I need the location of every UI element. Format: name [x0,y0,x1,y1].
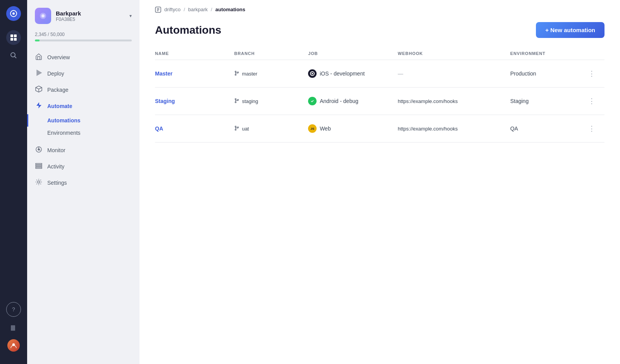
org-name: Barkpark [56,10,125,17]
breadcrumb: driftyco / barkpark / automations [140,0,620,19]
sub-item-label: Environments [47,130,81,136]
automation-name-cell: Staging [155,88,228,115]
webhook-value: — [398,70,403,77]
svg-rect-3 [14,34,17,37]
branch-cell: master [228,60,302,88]
sidebar: Barkpark F0A38E5 ▾ 2,345 / 50,000 Overvi… [27,0,140,364]
svg-point-20 [235,74,236,75]
environment-cell: QA [504,115,579,143]
job-name: Android - debug [320,98,358,104]
automation-link-staging[interactable]: Staging [155,98,175,104]
table-row: Staging sta [155,88,604,115]
svg-point-6 [11,53,15,57]
automation-name-cell: QA [155,115,228,143]
nav-section: Overview Deploy Package [27,49,140,356]
sidebar-sub-environments[interactable]: Environments [27,127,140,139]
grid-icon[interactable] [6,30,21,45]
org-dropdown-chevron[interactable]: ▾ [129,13,132,19]
org-header: Barkpark F0A38E5 ▾ [27,8,140,32]
settings-icon [35,179,43,187]
search-nav-icon[interactable] [6,48,21,63]
automation-link-qa[interactable]: QA [155,125,163,132]
col-header-job: JOB [302,47,391,60]
environment-cell: Production [504,60,579,88]
org-logo [35,8,51,24]
webhook-cell: https://example.com/hooks [392,88,504,115]
sidebar-item-label: Monitor [47,147,65,153]
environment-value: QA [510,125,518,132]
row-more-button[interactable]: ⋮ [585,95,598,107]
branch-icon [234,125,239,132]
col-header-environment: ENVIRONMENT [504,47,579,60]
actions-cell: ⋮ [579,88,604,115]
sidebar-sub-automations[interactable]: Automations [27,114,140,127]
user-avatar[interactable] [7,339,20,352]
environment-value: Staging [510,98,529,104]
new-automation-button[interactable]: + New automation [536,22,604,38]
job-badge-ios [308,69,317,78]
job-badge-android [308,97,317,105]
org-id: F0A38E5 [56,17,125,22]
sidebar-item-label: Activity [47,163,64,170]
page-title: Automations [155,24,221,36]
home-icon [35,53,43,62]
job-cell: JS Web [302,115,391,143]
automation-link-master[interactable]: Master [155,70,172,77]
actions-cell: ⋮ [579,115,604,143]
breadcrumb-current: automations [215,7,245,12]
branch-cell: uat [228,115,302,143]
webhook-cell: — [392,60,504,88]
svg-rect-14 [36,163,42,165]
breadcrumb-org[interactable]: driftyco [164,7,181,12]
breadcrumb-sep-1: / [184,7,185,12]
col-header-branch: BRANCH [228,47,302,60]
app-logo[interactable] [6,6,21,21]
branch-cell: staging [228,88,302,115]
table-row: QA uat [155,115,604,143]
sidebar-item-package[interactable]: Package [27,82,140,98]
deploy-icon [35,69,43,78]
sidebar-item-overview[interactable]: Overview [27,49,140,65]
row-more-button[interactable]: ⋮ [585,123,598,134]
environment-cell: Staging [504,88,579,115]
sidebar-item-label: Overview [47,54,70,60]
automations-table: NAME BRANCH JOB WEBHOOK ENVIRONMENT Mast… [155,47,604,143]
breadcrumb-project[interactable]: barkpark [188,7,208,12]
environment-value: Production [510,70,536,77]
actions-cell: ⋮ [579,60,604,88]
svg-point-24 [235,98,236,100]
svg-point-10 [41,14,45,17]
book-icon[interactable] [6,321,21,335]
table-body: Master mast [155,60,604,143]
sidebar-item-deploy[interactable]: Deploy [27,65,140,82]
org-info: Barkpark F0A38E5 [56,10,125,22]
help-icon[interactable]: ? [6,302,21,317]
package-icon [35,86,43,94]
table-header: NAME BRANCH JOB WEBHOOK ENVIRONMENT [155,47,604,60]
sidebar-item-settings[interactable]: Settings [27,175,140,191]
row-more-button[interactable]: ⋮ [585,68,598,79]
svg-rect-16 [36,167,42,168]
table-container: NAME BRANCH JOB WEBHOOK ENVIRONMENT Mast… [140,47,620,364]
table-row: Master mast [155,60,604,88]
svg-point-23 [312,73,313,74]
job-cell: iOS - development [302,60,391,88]
branch-name: uat [242,126,249,132]
main-content: driftyco / barkpark / automations Automa… [140,0,620,364]
job-badge-web: JS [308,124,317,133]
sidebar-item-label: Deploy [47,70,64,77]
sidebar-item-activity[interactable]: Activity [27,158,140,175]
svg-rect-2 [10,34,13,37]
sidebar-item-label: Package [47,87,68,93]
sidebar-item-monitor[interactable]: Monitor [27,142,140,158]
branch-name: staging [242,98,258,104]
sidebar-item-label: Settings [47,180,67,186]
sidebar-item-automate[interactable]: Automate [27,98,140,114]
automation-name-cell: Master [155,60,228,88]
webhook-value: https://example.com/hooks [398,126,458,132]
svg-point-28 [235,129,236,130]
usage-section: 2,345 / 50,000 [27,32,140,49]
svg-point-25 [235,101,236,103]
svg-point-13 [38,149,40,150]
col-header-actions [579,47,604,60]
